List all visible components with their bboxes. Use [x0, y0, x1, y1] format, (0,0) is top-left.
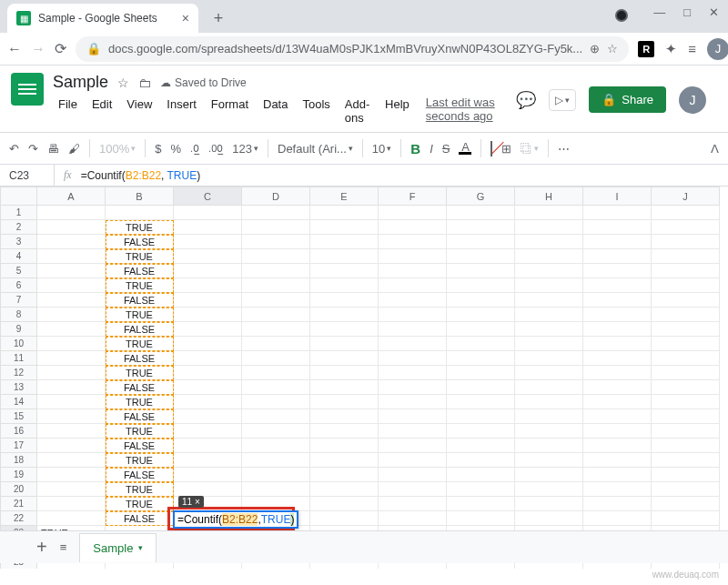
cell-B8[interactable]: TRUE: [106, 308, 174, 322]
cell-C5[interactable]: [174, 264, 242, 278]
cell-B20[interactable]: TRUE: [106, 482, 174, 497]
cell-I15[interactable]: [583, 409, 652, 424]
search-icon[interactable]: ⊕: [590, 42, 600, 55]
cell-A17[interactable]: [37, 439, 106, 453]
cell-J16[interactable]: [652, 424, 720, 439]
row-header-1[interactable]: 1: [1, 206, 37, 220]
cell-C13[interactable]: [174, 380, 242, 395]
back-button[interactable]: ←: [7, 41, 22, 57]
cell-H9[interactable]: [515, 322, 583, 337]
cell-C12[interactable]: [174, 366, 242, 380]
cell-F4[interactable]: [379, 249, 447, 264]
share-button[interactable]: 🔒Share: [589, 86, 666, 113]
cell-I8[interactable]: [583, 308, 652, 322]
cell-J11[interactable]: [652, 351, 720, 366]
menu-data[interactable]: Data: [258, 96, 293, 126]
cell-E1[interactable]: [310, 206, 379, 220]
row-header-9[interactable]: 9: [1, 322, 37, 337]
cell-D10[interactable]: [242, 337, 310, 351]
cell-E18[interactable]: [310, 453, 379, 468]
currency-button[interactable]: $: [155, 142, 161, 156]
cell-A3[interactable]: [37, 235, 106, 249]
cell-D15[interactable]: [242, 409, 310, 424]
cell-I10[interactable]: [583, 337, 652, 351]
row-header-20[interactable]: 20: [1, 482, 37, 497]
cell-A12[interactable]: [37, 366, 106, 380]
cell-G11[interactable]: [447, 351, 515, 366]
cell-C3[interactable]: [174, 235, 242, 249]
zoom-select[interactable]: 100% ▾: [99, 142, 136, 156]
cell-H8[interactable]: [515, 308, 583, 322]
maximize-button[interactable]: □: [683, 5, 691, 19]
cell-A1[interactable]: [37, 206, 106, 220]
cell-E13[interactable]: [310, 380, 379, 395]
cell-D4[interactable]: [242, 249, 310, 264]
menu-tools[interactable]: Tools: [297, 96, 335, 126]
star-doc-icon[interactable]: ☆: [117, 76, 129, 90]
cell-D9[interactable]: [242, 322, 310, 337]
browser-tab[interactable]: ▦ Sample - Google Sheets ×: [7, 4, 198, 33]
cell-I20[interactable]: [583, 482, 652, 497]
cell-J5[interactable]: [652, 264, 720, 278]
cell-F19[interactable]: [379, 468, 447, 482]
cell-J7[interactable]: [652, 293, 720, 308]
cell-B10[interactable]: TRUE: [106, 337, 174, 351]
cell-G16[interactable]: [447, 424, 515, 439]
document-title[interactable]: Sample: [53, 73, 108, 92]
col-header-B[interactable]: B: [106, 187, 174, 206]
cell-G6[interactable]: [447, 278, 515, 293]
percent-button[interactable]: %: [170, 142, 181, 156]
cell-A15[interactable]: [37, 409, 106, 424]
cell-A4[interactable]: [37, 249, 106, 264]
cell-B7[interactable]: FALSE: [106, 293, 174, 308]
cell-F15[interactable]: [379, 409, 447, 424]
row-header-12[interactable]: 12: [1, 366, 37, 380]
cell-H18[interactable]: [515, 453, 583, 468]
sheet-tab-sample[interactable]: Sample ▾: [79, 533, 157, 562]
cell-F12[interactable]: [379, 366, 447, 380]
row-header-10[interactable]: 10: [1, 337, 37, 351]
formula-bar[interactable]: =Countif(B2:B22, TRUE): [81, 169, 201, 182]
cell-H17[interactable]: [515, 439, 583, 453]
cell-F1[interactable]: [379, 206, 447, 220]
increase-decimal-button[interactable]: .00̲: [208, 143, 223, 155]
cell-D6[interactable]: [242, 278, 310, 293]
cell-E4[interactable]: [310, 249, 379, 264]
cell-H2[interactable]: [515, 220, 583, 235]
cell-A9[interactable]: [37, 322, 106, 337]
cell-E12[interactable]: [310, 366, 379, 380]
col-header-I[interactable]: I: [583, 187, 652, 206]
profile-avatar[interactable]: J: [707, 38, 728, 60]
cell-D12[interactable]: [242, 366, 310, 380]
cell-I3[interactable]: [583, 235, 652, 249]
cell-J9[interactable]: [652, 322, 720, 337]
italic-button[interactable]: I: [430, 142, 433, 156]
redo-button[interactable]: ↷: [28, 142, 38, 156]
cell-G17[interactable]: [447, 439, 515, 453]
col-header-F[interactable]: F: [379, 187, 447, 206]
col-header-H[interactable]: H: [515, 187, 583, 206]
last-edit-link[interactable]: Last edit was seconds ago: [426, 96, 507, 126]
cell-J18[interactable]: [652, 453, 720, 468]
collapse-toolbar-button[interactable]: ᐱ: [711, 142, 719, 156]
cell-D20[interactable]: [242, 482, 310, 497]
font-size-select[interactable]: 10 ▾: [372, 142, 391, 156]
menu-edit[interactable]: Edit: [86, 96, 117, 126]
menu-help[interactable]: Help: [379, 96, 415, 126]
cell-B22[interactable]: FALSE: [106, 511, 174, 526]
cell-H13[interactable]: [515, 380, 583, 395]
cell-D13[interactable]: [242, 380, 310, 395]
menu-insert[interactable]: Insert: [161, 96, 202, 126]
col-header-J[interactable]: J: [652, 187, 720, 206]
cell-B1[interactable]: [106, 206, 174, 220]
cell-I21[interactable]: [583, 497, 652, 511]
cell-F11[interactable]: [379, 351, 447, 366]
cell-I1[interactable]: [583, 206, 652, 220]
cell-G4[interactable]: [447, 249, 515, 264]
present-button[interactable]: ▷▾: [549, 89, 576, 111]
new-tab-button[interactable]: +: [206, 5, 231, 31]
cell-A6[interactable]: [37, 278, 106, 293]
cell-E3[interactable]: [310, 235, 379, 249]
cell-F22[interactable]: [379, 511, 447, 526]
strike-button[interactable]: S: [442, 142, 450, 156]
